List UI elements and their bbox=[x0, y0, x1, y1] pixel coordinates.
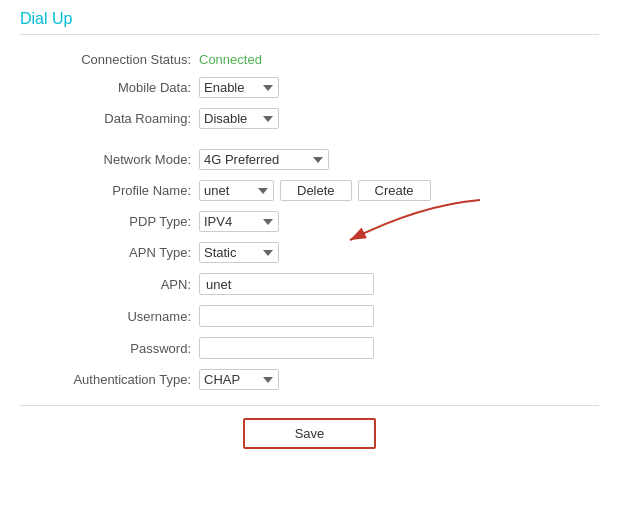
connection-status-text: Connected bbox=[199, 52, 262, 67]
auth-type-row: Authentication Type: CHAP PAP None bbox=[20, 364, 599, 395]
auth-type-select[interactable]: CHAP PAP None bbox=[199, 369, 279, 390]
delete-button[interactable]: Delete bbox=[280, 180, 352, 201]
connection-status-value: Connected bbox=[195, 47, 599, 72]
connection-status-row: Connection Status: Connected bbox=[20, 47, 599, 72]
profile-name-row: Profile Name: unet Delete Create bbox=[20, 175, 599, 206]
network-mode-select[interactable]: 4G Preferred 3G Preferred 2G Only bbox=[199, 149, 329, 170]
network-mode-label: Network Mode: bbox=[20, 144, 195, 175]
connection-status-label: Connection Status: bbox=[20, 47, 195, 72]
password-label: Password: bbox=[20, 332, 195, 364]
apn-type-cell: Static Dynamic bbox=[195, 237, 599, 268]
data-roaming-cell: Enable Disable bbox=[195, 103, 599, 134]
mobile-data-row: Mobile Data: Enable Disable bbox=[20, 72, 599, 103]
page-title: Dial Up bbox=[20, 10, 599, 28]
network-mode-cell: 4G Preferred 3G Preferred 2G Only bbox=[195, 144, 599, 175]
profile-name-controls: unet Delete Create bbox=[199, 180, 595, 201]
profile-name-select[interactable]: unet bbox=[199, 180, 274, 201]
data-roaming-row: Data Roaming: Enable Disable bbox=[20, 103, 599, 134]
username-cell bbox=[195, 300, 599, 332]
spacer-row bbox=[20, 134, 599, 144]
bottom-divider bbox=[20, 405, 599, 406]
page-container: Dial Up Connection Status: Connected Mob… bbox=[0, 0, 619, 509]
create-button[interactable]: Create bbox=[358, 180, 431, 201]
apn-type-select[interactable]: Static Dynamic bbox=[199, 242, 279, 263]
apn-cell bbox=[195, 268, 599, 300]
mobile-data-label: Mobile Data: bbox=[20, 72, 195, 103]
pdp-type-row: PDP Type: IPV4 IPV6 IPV4V6 bbox=[20, 206, 599, 237]
auth-type-cell: CHAP PAP None bbox=[195, 364, 599, 395]
top-divider bbox=[20, 34, 599, 35]
data-roaming-label: Data Roaming: bbox=[20, 103, 195, 134]
pdp-type-label: PDP Type: bbox=[20, 206, 195, 237]
pdp-type-select[interactable]: IPV4 IPV6 IPV4V6 bbox=[199, 211, 279, 232]
username-input[interactable] bbox=[199, 305, 374, 327]
pdp-type-cell: IPV4 IPV6 IPV4V6 bbox=[195, 206, 599, 237]
apn-type-row: APN Type: Static Dynamic bbox=[20, 237, 599, 268]
profile-name-label: Profile Name: bbox=[20, 175, 195, 206]
username-row: Username: bbox=[20, 300, 599, 332]
profile-name-cell: unet Delete Create bbox=[195, 175, 599, 206]
password-cell bbox=[195, 332, 599, 364]
network-mode-row: Network Mode: 4G Preferred 3G Preferred … bbox=[20, 144, 599, 175]
data-roaming-select[interactable]: Enable Disable bbox=[199, 108, 279, 129]
auth-type-label: Authentication Type: bbox=[20, 364, 195, 395]
mobile-data-select[interactable]: Enable Disable bbox=[199, 77, 279, 98]
username-label: Username: bbox=[20, 300, 195, 332]
password-row: Password: bbox=[20, 332, 599, 364]
apn-type-label: APN Type: bbox=[20, 237, 195, 268]
settings-form: Connection Status: Connected Mobile Data… bbox=[20, 47, 599, 395]
mobile-data-cell: Enable Disable bbox=[195, 72, 599, 103]
save-button[interactable]: Save bbox=[243, 418, 377, 449]
apn-row: APN: bbox=[20, 268, 599, 300]
password-input[interactable] bbox=[199, 337, 374, 359]
apn-label: APN: bbox=[20, 268, 195, 300]
apn-input[interactable] bbox=[199, 273, 374, 295]
save-row: Save bbox=[20, 418, 599, 449]
